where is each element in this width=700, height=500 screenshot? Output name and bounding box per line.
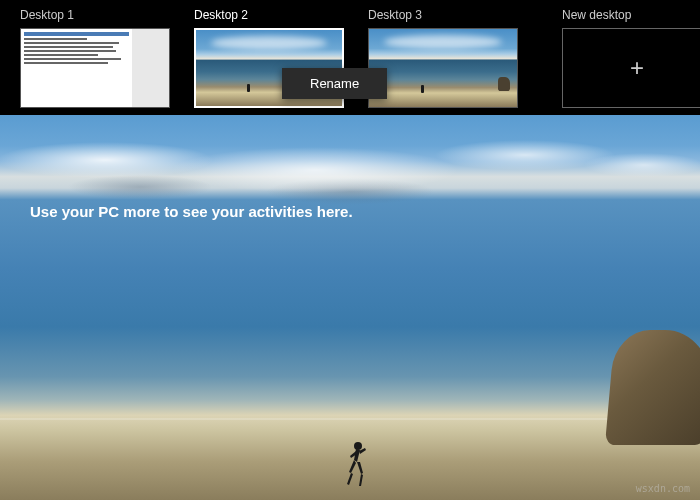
context-menu: Rename [282,68,387,99]
task-view-bar: Desktop 1 Desktop 2 De [0,0,700,115]
desktop-3[interactable]: Desktop 3 [368,8,518,115]
wallpaper-rock [605,330,700,445]
timeline-area: Use your PC more to see your activities … [0,115,700,500]
new-desktop-button[interactable]: + [562,28,700,108]
new-desktop-label: New desktop [562,8,700,22]
watermark: wsxdn.com [636,483,690,494]
activity-hint: Use your PC more to see your activities … [30,203,353,220]
desktop-3-thumbnail[interactable] [368,28,518,108]
desktop-1-thumbnail[interactable] [20,28,170,108]
desktop-1-label: Desktop 1 [20,8,170,22]
plus-icon: + [630,54,644,82]
wallpaper-runner [345,440,369,488]
new-desktop[interactable]: New desktop + [562,8,700,115]
rename-menu-item[interactable]: Rename [310,76,359,91]
desktop-2-label: Desktop 2 [194,8,344,22]
desktop-3-label: Desktop 3 [368,8,518,22]
svg-point-0 [354,442,362,450]
desktop-1[interactable]: Desktop 1 [20,8,170,115]
